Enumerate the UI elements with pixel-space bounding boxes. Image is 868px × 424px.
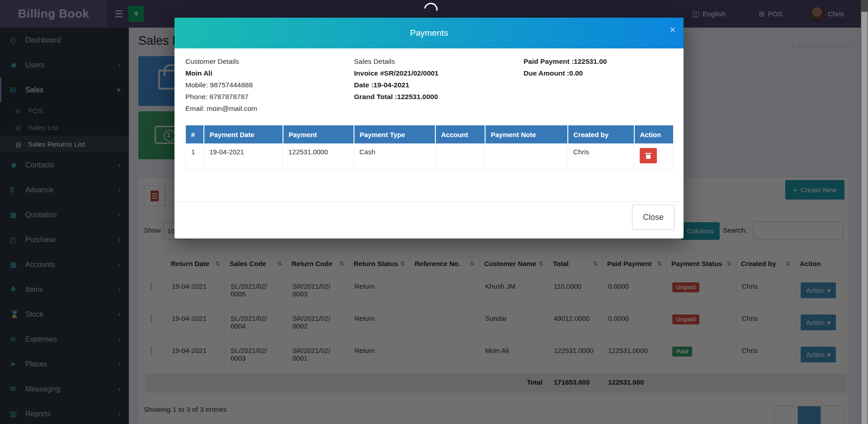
invoice-number: Invoice #SR/2021/02/0001 — [354, 67, 512, 79]
modal-header: Payments × — [175, 18, 684, 48]
customer-email: Email: moin@mail.com — [185, 103, 344, 114]
close-icon[interactable]: × — [670, 25, 675, 35]
scrollbar-thumb[interactable] — [861, 12, 868, 424]
payments-header-row: # Payment Date Payment Payment Type Acco… — [186, 125, 673, 143]
grand-total: Grand Total :122531.0000 — [354, 91, 512, 103]
modal-footer-divider — [175, 201, 684, 202]
modal-title: Payments — [410, 28, 448, 38]
due-amount: Due Amount :0.00 — [524, 67, 682, 79]
payments-table: # Payment Date Payment Payment Type Acco… — [185, 125, 673, 169]
trash-icon — [646, 153, 651, 158]
payment-row: 1 19-04-2021 122531.0000 Cash Chris — [186, 143, 673, 169]
customer-mobile: Mobile: 98757444888 — [185, 79, 344, 91]
customer-details: Customer Details Moin Ali Mobile: 987574… — [185, 56, 344, 114]
customer-phone: Phone: 8787878787 — [185, 91, 344, 103]
sales-details-heading: Sales Details — [354, 56, 512, 67]
customer-details-heading: Customer Details — [185, 56, 344, 67]
close-button[interactable]: Close — [632, 205, 675, 230]
payment-account — [435, 143, 485, 169]
delete-payment-button[interactable] — [640, 148, 657, 163]
sales-details: Sales Details Invoice #SR/2021/02/0001 D… — [354, 56, 512, 103]
payment-amount: 122531.0000 — [283, 143, 354, 169]
payments-modal: Payments × Customer Details Moin Ali Mob… — [175, 18, 684, 238]
app-root: Billing Book ☰ + ◫ English ⊞ POS Chris ◴… — [0, 0, 868, 424]
scrollbar[interactable] — [861, 0, 868, 424]
payment-date: 19-04-2021 — [204, 143, 283, 169]
payment-note — [485, 143, 568, 169]
payment-type: Cash — [354, 143, 435, 169]
paid-payment: Paid Payment :122531.00 — [524, 56, 682, 67]
payment-summary: Paid Payment :122531.00 Due Amount :0.00 — [524, 56, 682, 79]
payment-num: 1 — [186, 143, 204, 169]
payment-created-by: Chris — [568, 143, 634, 169]
customer-name: Moin Ali — [185, 67, 344, 79]
invoice-date: Date :19-04-2021 — [354, 79, 512, 91]
